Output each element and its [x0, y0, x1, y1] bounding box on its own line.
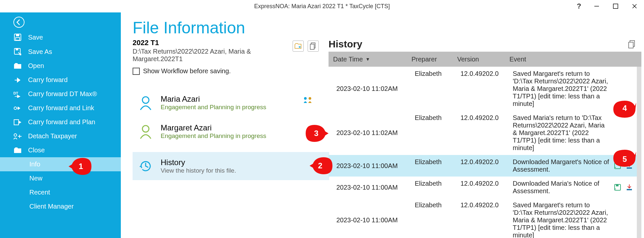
- show-workflow-checkbox[interactable]: Show Workflow before saving.: [133, 67, 319, 75]
- sidebar-item-info[interactable]: Info 1: [0, 157, 121, 171]
- sidebar-item-save[interactable]: Save: [0, 30, 121, 44]
- sidebar-item-recent[interactable]: Recent: [0, 185, 121, 199]
- column-header-version[interactable]: Version: [457, 56, 509, 63]
- maximize-button[interactable]: [606, 0, 625, 12]
- sidebar-item-label: Info: [29, 161, 40, 168]
- taxpayer-status: Engagement and Planning in progress: [161, 132, 266, 140]
- history-header-row: Date Time ▼ Preparer Version Event: [329, 52, 641, 67]
- svg-rect-1: [613, 4, 618, 8]
- svg-rect-17: [310, 44, 314, 49]
- history-row[interactable]: 2023-02-10 11:00AM Elizabeth 12.0.49202.…: [329, 198, 637, 238]
- column-header-preparer[interactable]: Preparer: [411, 56, 457, 63]
- taxpayer-row[interactable]: Margaret Azari Engagement and Planning i…: [133, 120, 319, 149]
- cell-datetime: 2023-02-10 11:02AM: [329, 70, 415, 108]
- svg-rect-29: [616, 185, 619, 186]
- sidebar-item-close[interactable]: Close: [0, 143, 121, 157]
- cell-datetime: 2023-02-10 11:00AM: [329, 180, 415, 195]
- svg-point-13: [14, 134, 17, 136]
- cell-version: 12.0.49202.0: [460, 70, 513, 108]
- dtmax-icon: DT: [13, 91, 22, 98]
- cell-version: 12.0.49202.0: [460, 180, 513, 195]
- sidebar-item-new[interactable]: New: [0, 171, 121, 185]
- link-arrow-icon: [13, 105, 22, 112]
- history-card[interactable]: History View the history for this file. …: [133, 152, 329, 180]
- history-rows: 2023-02-10 11:02AM Elizabeth 12.0.49202.…: [329, 67, 641, 238]
- cell-datetime: 2023-02-10 11:00AM: [329, 158, 415, 173]
- svg-rect-6: [16, 34, 19, 36]
- svg-rect-12: [14, 120, 19, 125]
- sidebar-item-carry-forward-plan[interactable]: Carry forward and Plan: [0, 115, 121, 129]
- sidebar-item-detach-taxpayer[interactable]: Detach Taxpayer: [0, 129, 121, 143]
- history-row[interactable]: 2023-02-10 11:00AM Elizabeth 12.0.49202.…: [329, 177, 637, 198]
- plan-icon: [13, 119, 22, 126]
- avatar-icon: [138, 124, 153, 139]
- annotation-callout-4: 4: [613, 101, 636, 118]
- save-icon: [13, 33, 22, 41]
- sidebar-item-label: Carry forward and Link: [28, 104, 94, 112]
- history-card-title: History: [161, 158, 236, 167]
- avatar-icon: [138, 95, 153, 110]
- taxpayer-name: Margaret Azari: [161, 123, 266, 132]
- svg-rect-7: [16, 38, 20, 40]
- history-panel: History Date Time ▼ Preparer Version Eve…: [329, 39, 644, 238]
- sidebar-item-label: Save: [28, 34, 43, 41]
- sidebar-item-label: New: [29, 175, 42, 182]
- cell-version: 12.0.49202.0: [460, 114, 513, 152]
- detach-icon: [13, 133, 22, 140]
- titlebar: ExpressNOA: Maria Azari 2022 T1 * TaxCyc…: [0, 0, 644, 12]
- sort-desc-icon: ▼: [365, 57, 370, 62]
- minimize-button[interactable]: [587, 0, 606, 12]
- history-row[interactable]: 2023-02-10 11:00AM Elizabeth 12.0.49202.…: [329, 155, 637, 177]
- download-icon[interactable]: [625, 183, 634, 192]
- column-header-datetime[interactable]: Date Time ▼: [329, 56, 411, 63]
- copy-path-button[interactable]: [308, 41, 319, 52]
- history-panel-title: History: [329, 39, 362, 50]
- sidebar-item-label: Carry forward and Plan: [28, 118, 95, 126]
- carry-forward-icon: [13, 76, 22, 84]
- copy-history-button[interactable]: [628, 40, 636, 50]
- history-icon: [138, 158, 153, 174]
- save-as-icon: [13, 48, 22, 56]
- sidebar-item-carry-forward[interactable]: Carry forward: [0, 73, 121, 87]
- checkbox-icon: [133, 68, 140, 75]
- open-folder-button[interactable]: [293, 41, 304, 52]
- svg-rect-23: [629, 42, 633, 48]
- annotation-callout-5: 5: [613, 150, 636, 167]
- svg-rect-9: [16, 49, 18, 50]
- history-row[interactable]: 2023-02-10 11:02AM Elizabeth 12.0.49202.…: [329, 67, 637, 111]
- svg-rect-30: [627, 189, 632, 190]
- column-header-event[interactable]: Event: [509, 56, 641, 63]
- history-row[interactable]: 2023-02-10 11:02AM Elizabeth 12.0.49202.…: [329, 111, 637, 155]
- main-content: File Information 2022 T1 D:\Tax Returns\…: [121, 12, 644, 238]
- cell-preparer: Elizabeth: [415, 158, 460, 173]
- cell-datetime: 2023-02-10 11:02AM: [329, 114, 415, 152]
- sidebar-item-open[interactable]: Open: [0, 59, 121, 73]
- sidebar-item-carry-forward-dtmax[interactable]: DT Carry forward DT Max®: [0, 87, 121, 101]
- annotation-callout-2: 2: [310, 157, 332, 174]
- back-button[interactable]: [0, 12, 121, 30]
- sidebar-item-carry-forward-link[interactable]: Carry forward and Link: [0, 101, 121, 115]
- cell-event: Saved Maria's return to 'D:\Tax Returns\…: [513, 114, 637, 152]
- taxpayer-status: Engagement and Planning in progress: [161, 104, 266, 111]
- svg-point-21: [142, 126, 149, 132]
- sidebar-item-label: Carry forward DT Max®: [28, 90, 97, 98]
- sidebar-item-label: Close: [28, 146, 45, 154]
- cell-version: 12.0.49202.0: [460, 158, 513, 173]
- taxpayer-row[interactable]: Maria Azari Engagement and Planning in p…: [133, 91, 319, 120]
- cell-event: Saved Margaret's return to 'D:\Tax Retur…: [513, 201, 637, 238]
- help-button[interactable]: ?: [571, 0, 587, 12]
- annotation-callout-1: 1: [69, 158, 91, 175]
- sidebar-item-client-manager[interactable]: Client Manager: [0, 199, 121, 213]
- svg-point-20: [309, 97, 311, 100]
- sidebar-item-save-as[interactable]: Save As: [0, 44, 121, 59]
- svg-point-19: [304, 97, 307, 100]
- cell-preparer: Elizabeth: [415, 180, 460, 195]
- close-button[interactable]: [625, 0, 644, 12]
- cell-version: 12.0.49202.0: [460, 201, 513, 238]
- svg-point-11: [14, 107, 17, 110]
- sidebar-item-label: Open: [28, 62, 44, 70]
- save-snapshot-icon[interactable]: [613, 183, 622, 192]
- svg-text:DT: DT: [13, 91, 18, 95]
- cell-preparer: Elizabeth: [415, 201, 460, 238]
- cell-preparer: Elizabeth: [415, 114, 460, 152]
